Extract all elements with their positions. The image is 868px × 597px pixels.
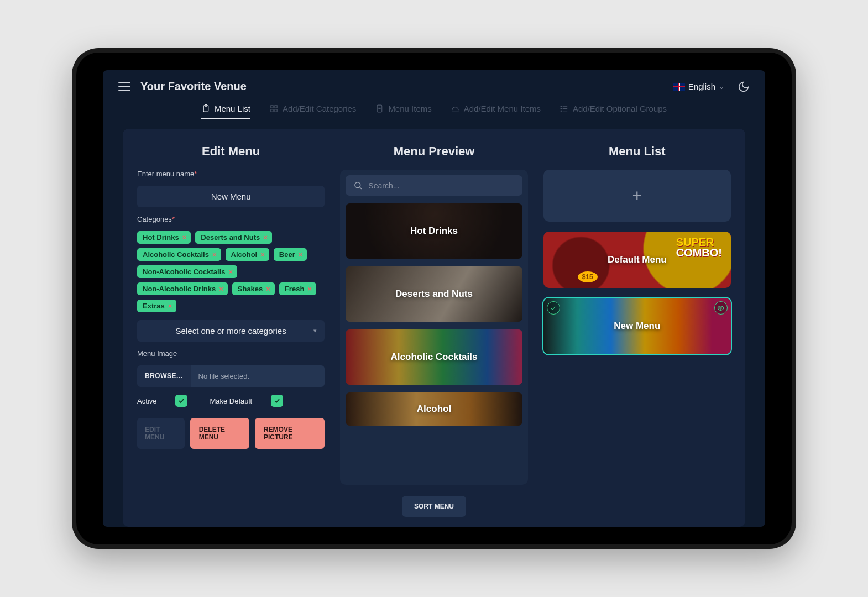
category-select[interactable]: Select one or more categories ▾ bbox=[137, 320, 325, 342]
category-chip[interactable]: Alcohol× bbox=[226, 248, 269, 261]
preview-card-title: Deserts and Nuts bbox=[395, 289, 473, 300]
category-chip[interactable]: Fresh× bbox=[279, 282, 316, 295]
browse-button[interactable]: BROWSE... bbox=[137, 365, 191, 387]
preview-category-card[interactable]: Alcohol bbox=[346, 392, 522, 426]
file-input-row: BROWSE... No file selected. bbox=[137, 365, 325, 387]
chip-remove-icon[interactable]: × bbox=[229, 268, 233, 276]
top-bar: Your Favorite Venue English ⌄ bbox=[103, 70, 765, 97]
tablet-frame: Your Favorite Venue English ⌄ bbox=[72, 48, 796, 549]
category-chip[interactable]: Hot Drinks× bbox=[137, 231, 191, 244]
menu-list-item-title: Default Menu bbox=[608, 254, 667, 265]
clipboard-icon bbox=[201, 104, 211, 113]
dark-mode-toggle[interactable] bbox=[738, 81, 750, 93]
svg-point-16 bbox=[355, 182, 360, 188]
tab-menu-items[interactable]: Menu Items bbox=[375, 104, 431, 119]
preview-category-card[interactable]: Alcoholic Cocktails bbox=[346, 329, 522, 385]
menu-list-heading: Menu List bbox=[543, 144, 731, 159]
menu-name-input[interactable]: New Menu bbox=[137, 186, 325, 207]
chip-remove-icon[interactable]: × bbox=[263, 233, 268, 242]
preview-category-card[interactable]: Hot Drinks bbox=[346, 203, 522, 259]
category-chip[interactable]: Deserts and Nuts× bbox=[195, 231, 272, 244]
uk-flag-icon bbox=[673, 83, 685, 91]
delete-menu-button[interactable]: DELETE MENU bbox=[190, 418, 249, 449]
default-label: Make Default bbox=[210, 397, 252, 405]
language-selector[interactable]: English ⌄ bbox=[673, 82, 724, 91]
menu-list-item-title: New Menu bbox=[614, 321, 660, 332]
menu-list-column: Menu List + SUPER COMBO! $15 bbox=[543, 144, 731, 517]
menu-list-container: + SUPER COMBO! $15 Default Menu bbox=[543, 170, 731, 354]
chip-remove-icon[interactable]: × bbox=[219, 285, 223, 293]
sort-menu-button[interactable]: SORT MENU bbox=[402, 496, 466, 517]
search-input[interactable] bbox=[368, 181, 514, 190]
default-check-item: Make Default bbox=[210, 395, 283, 407]
tab-add-edit-categories[interactable]: Add/Edit Categories bbox=[269, 104, 356, 119]
chip-remove-icon[interactable]: × bbox=[307, 285, 312, 293]
svg-rect-5 bbox=[275, 109, 277, 112]
menu-name-label: Enter menu name* bbox=[137, 170, 325, 178]
top-bar-right: English ⌄ bbox=[673, 81, 750, 93]
add-menu-button[interactable]: + bbox=[543, 170, 731, 222]
active-checkbox[interactable] bbox=[175, 395, 187, 407]
dish-icon bbox=[451, 104, 460, 113]
search-field-wrap bbox=[346, 175, 522, 196]
preview-container: Hot Drinks Deserts and Nuts Alcoholic Co… bbox=[340, 170, 527, 485]
categories-label: Categories* bbox=[137, 215, 325, 223]
active-label: Active bbox=[137, 397, 156, 405]
document-icon bbox=[375, 104, 384, 113]
category-chips: Hot Drinks× Deserts and Nuts× Alcoholic … bbox=[137, 231, 325, 312]
grid-icon bbox=[269, 104, 279, 113]
file-status-text: No file selected. bbox=[191, 365, 325, 387]
edit-menu-button[interactable]: EDIT MENU bbox=[137, 418, 185, 449]
category-chip[interactable]: Extras× bbox=[137, 300, 176, 312]
edit-actions-row: EDIT MENU DELETE MENU REMOVE PICTURE bbox=[137, 418, 325, 449]
preview-card-title: Alcohol bbox=[417, 404, 451, 415]
edit-menu-heading: Edit Menu bbox=[137, 144, 325, 159]
checkbox-row: Active Make Default bbox=[137, 395, 325, 407]
tablet-inner: Your Favorite Venue English ⌄ bbox=[76, 53, 792, 544]
hamburger-menu-icon[interactable] bbox=[118, 82, 130, 91]
menu-preview-column: Menu Preview Hot Drinks Deserts and bbox=[340, 144, 527, 517]
category-chip[interactable]: Shakes× bbox=[232, 282, 275, 295]
svg-point-15 bbox=[561, 111, 561, 111]
preview-card-title: Alcoholic Cocktails bbox=[391, 352, 478, 363]
chip-remove-icon[interactable]: × bbox=[182, 233, 187, 242]
tab-label: Menu List bbox=[215, 104, 250, 113]
tabs-row: Menu List Add/Edit Categories Menu Items… bbox=[103, 97, 765, 119]
category-chip[interactable]: Non-Alcoholic Cocktails× bbox=[137, 265, 237, 278]
category-chip[interactable]: Beer× bbox=[274, 248, 307, 261]
preview-category-card[interactable]: Deserts and Nuts bbox=[346, 266, 522, 322]
svg-rect-2 bbox=[271, 106, 273, 108]
category-chip[interactable]: Alcoholic Cocktails× bbox=[137, 248, 221, 261]
app-screen: Your Favorite Venue English ⌄ bbox=[103, 70, 765, 527]
menu-image-label: Menu Image bbox=[137, 349, 325, 358]
chip-remove-icon[interactable]: × bbox=[299, 250, 303, 259]
menu-preview-heading: Menu Preview bbox=[340, 144, 527, 159]
combo-promo-text: SUPER COMBO! bbox=[676, 237, 722, 258]
tab-add-edit-menu-items[interactable]: Add/Edit Menu Items bbox=[451, 104, 541, 119]
svg-point-18 bbox=[720, 307, 721, 308]
tab-menu-list[interactable]: Menu List bbox=[201, 104, 250, 119]
default-checkbox[interactable] bbox=[271, 395, 283, 407]
eye-icon[interactable] bbox=[714, 301, 728, 315]
chip-remove-icon[interactable]: × bbox=[168, 302, 172, 310]
combo-price-badge: $15 bbox=[578, 271, 598, 282]
remove-picture-button[interactable]: REMOVE PICTURE bbox=[255, 418, 325, 449]
category-chip[interactable]: Non-Alcoholic Drinks× bbox=[137, 282, 228, 295]
chip-remove-icon[interactable]: × bbox=[260, 250, 265, 259]
svg-point-13 bbox=[561, 106, 561, 107]
chevron-down-icon: ⌄ bbox=[719, 83, 724, 91]
list-icon bbox=[560, 104, 569, 113]
chip-remove-icon[interactable]: × bbox=[266, 285, 270, 293]
menu-list-item[interactable]: New Menu bbox=[543, 298, 731, 354]
menu-list-item[interactable]: SUPER COMBO! $15 Default Menu bbox=[543, 232, 731, 288]
svg-point-14 bbox=[561, 108, 561, 109]
tab-label: Add/Edit Menu Items bbox=[464, 104, 541, 113]
caret-down-icon: ▾ bbox=[313, 327, 317, 334]
tab-add-edit-optional-groups[interactable]: Add/Edit Optional Groups bbox=[560, 104, 667, 119]
selected-check-icon bbox=[547, 301, 560, 315]
svg-rect-4 bbox=[271, 109, 273, 112]
content-panel: Edit Menu Enter menu name* New Menu Cate… bbox=[123, 129, 745, 527]
select-placeholder: Select one or more categories bbox=[176, 326, 286, 336]
tab-label: Menu Items bbox=[388, 104, 431, 113]
chip-remove-icon[interactable]: × bbox=[212, 250, 217, 259]
